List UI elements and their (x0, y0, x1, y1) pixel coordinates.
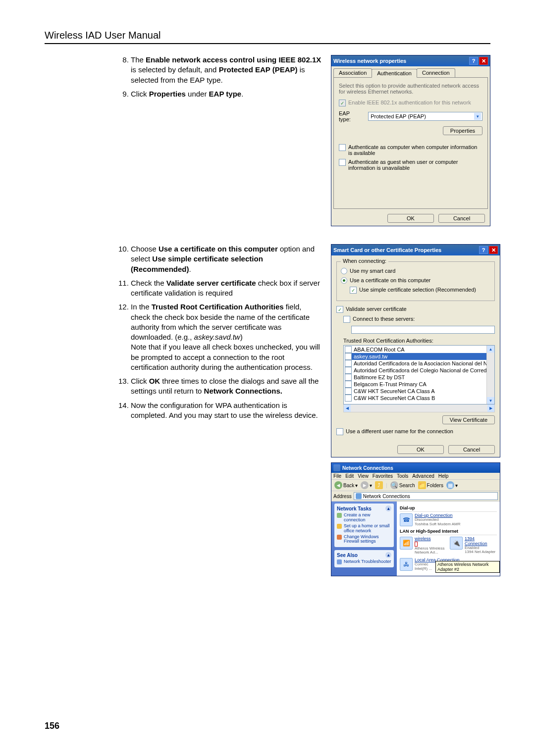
steps-list-2: Choose Use a certificate on this compute… (114, 244, 322, 420)
close-icon[interactable]: ✕ (489, 246, 498, 254)
dialog1-ok-button[interactable]: OK (387, 214, 434, 223)
see-also-card: See Also▴ Network Troubleshooter (334, 550, 394, 567)
menu-edit[interactable]: Edit (345, 473, 354, 479)
firewire-icon: 🔌 (450, 537, 463, 550)
section-row-2: Choose Use a certificate on this compute… (45, 244, 490, 576)
section-row-1: The Enable network access control using … (45, 55, 490, 231)
dialog2-cancel-button[interactable]: Cancel (448, 445, 495, 454)
vertical-scrollbar[interactable]: ▲ ▼ (486, 346, 494, 404)
dialog1-cancel-button[interactable]: Cancel (438, 214, 485, 223)
dialog2-title: Smart Card or other Certificate Properti… (333, 247, 441, 253)
page-header: Wireless IAD User Manual (45, 30, 490, 44)
chevron-down-icon: ▾ (474, 113, 481, 120)
back-arrow-icon: ◄ (334, 481, 342, 489)
collapse-icon[interactable]: ▴ (385, 552, 391, 558)
scroll-up-icon[interactable]: ▲ (487, 346, 494, 353)
scroll-down-icon[interactable]: ▼ (487, 397, 494, 404)
connection-wireless[interactable]: 📶 wireless Atheros Wireless Network Ad..… (400, 537, 447, 555)
collapse-icon[interactable]: ▴ (385, 505, 391, 511)
help-icon[interactable]: ? (469, 57, 478, 65)
trca-item-label: Baltimore EZ by DST (354, 374, 405, 380)
conn-name: 1394 Connection (465, 537, 497, 546)
view-certificate-button[interactable]: View Certificate (442, 415, 495, 424)
trca-item-checkbox[interactable] (345, 381, 352, 388)
trca-item-checkbox[interactable] (345, 367, 352, 374)
trusted-root-listbox[interactable]: ABA.ECOM Root CA askey.savd.tw Autoridad… (343, 345, 495, 404)
trca-item-checkbox[interactable] (345, 353, 352, 360)
scroll-right-icon[interactable]: ▶ (487, 404, 494, 412)
task-create-connection[interactable]: Create a new connection (337, 513, 391, 523)
trca-item-checkbox[interactable] (345, 346, 352, 353)
eap-type-value: Protected EAP (PEAP) (371, 113, 426, 119)
horizontal-scrollbar[interactable]: ◀ ▶ (343, 404, 495, 412)
different-user-label: Use a different user name for the connec… (346, 428, 453, 434)
use-certificate-radio[interactable] (341, 277, 347, 284)
trca-item-checkbox[interactable] (345, 360, 352, 367)
tab-connection[interactable]: Connection (417, 68, 455, 77)
different-user-checkbox[interactable] (336, 428, 343, 435)
views-button[interactable]: ▦▾ (446, 481, 458, 489)
manual-title: Wireless IAD User Manual (45, 30, 161, 41)
auth-as-guest-label: Authenticate as guest when user or compu… (348, 159, 482, 171)
connection-dialup[interactable]: ☎ Dial-up Connection Disconnected Toshib… (400, 513, 497, 526)
seealso-troubleshooter[interactable]: Network Troubleshooter (337, 559, 391, 564)
views-icon: ▦ (446, 481, 454, 489)
address-input[interactable]: Network Connections (354, 492, 498, 500)
dialog1-titlebar: Wireless network properties ? ✕ (331, 55, 490, 66)
conn-device: Toshiba Soft Modem AMR (415, 522, 460, 526)
connect-servers-label: Connect to these servers: (353, 316, 415, 322)
use-smart-card-radio[interactable] (341, 268, 347, 274)
trca-item-checkbox[interactable] (345, 388, 352, 395)
explorer-toolbar: ◄Back ▾ ► ▾ ⤴ | 🔍Search 📁Folders ▦▾ (331, 480, 500, 491)
tab-authentication[interactable]: Authentication (372, 69, 417, 78)
properties-button[interactable]: Properties (443, 126, 482, 135)
menu-file[interactable]: File (333, 473, 341, 479)
group-lan: LAN or High-Speed Internet (400, 528, 497, 535)
info-icon (337, 559, 342, 564)
trca-item-label: Autoridad Certificadora de la Asociacion… (354, 360, 493, 366)
step-12: In the Trusted Root Certification Author… (131, 302, 322, 372)
dialup-icon: ☎ (400, 513, 413, 526)
see-also-title: See Also (337, 553, 358, 558)
auth-as-guest-checkbox[interactable] (339, 159, 346, 166)
network-tasks-title: Network Tasks (337, 506, 372, 511)
help-icon[interactable]: ? (479, 246, 488, 254)
tab-association[interactable]: Association (333, 68, 372, 77)
search-button[interactable]: 🔍Search (390, 481, 415, 489)
enable-8021x-checkbox[interactable] (339, 100, 346, 106)
menu-view[interactable]: View (358, 473, 369, 479)
dialog2-ok-button[interactable]: OK (397, 445, 444, 454)
menu-favorites[interactable]: Favorites (373, 473, 393, 479)
folders-button[interactable]: 📁Folders (418, 481, 443, 489)
menu-advanced[interactable]: Advanced (412, 473, 434, 479)
auth-as-computer-checkbox[interactable] (339, 144, 346, 151)
address-label: Address (333, 494, 352, 499)
task-firewall[interactable]: Change Windows Firewall settings (337, 535, 391, 545)
use-smart-card-label: Use my smart card (350, 268, 395, 274)
forward-button[interactable]: ► ▾ (361, 481, 372, 489)
back-button[interactable]: ◄Back ▾ (334, 481, 358, 489)
menu-help[interactable]: Help (438, 473, 449, 479)
simple-selection-checkbox[interactable] (350, 287, 357, 294)
when-connecting-legend: When connecting: (341, 258, 388, 264)
dialog1-buttons: OK Cancel (331, 211, 490, 226)
validate-server-checkbox[interactable] (336, 306, 343, 313)
close-icon[interactable]: ✕ (479, 57, 488, 65)
explorer-main-pane: Dial-up ☎ Dial-up Connection Disconnecte… (397, 502, 500, 576)
trca-item-checkbox[interactable] (345, 395, 352, 402)
connection-1394[interactable]: 🔌 1394 Connection Enabled 1394 Net Adapt… (450, 537, 497, 555)
up-button[interactable]: ⤴ (375, 481, 383, 489)
connect-servers-checkbox[interactable] (343, 316, 350, 323)
when-connecting-fieldset: When connecting: Use my smart card Use a… (336, 261, 495, 301)
address-bar: Address Network Connections (331, 491, 500, 502)
forward-arrow-icon: ► (361, 481, 369, 489)
dialog1-desc: Select this option to provide authentica… (339, 83, 482, 95)
trca-item-checkbox[interactable] (345, 374, 352, 381)
menu-tools[interactable]: Tools (397, 473, 408, 479)
network-connections-icon (356, 493, 362, 499)
eap-type-select[interactable]: Protected EAP (PEAP) ▾ (368, 112, 482, 121)
connect-servers-input[interactable] (351, 326, 495, 334)
trca-item-label: askey.savd.tw (354, 353, 387, 359)
scroll-left-icon[interactable]: ◀ (344, 404, 351, 412)
task-setup-network[interactable]: Set up a home or small office network (337, 524, 391, 534)
